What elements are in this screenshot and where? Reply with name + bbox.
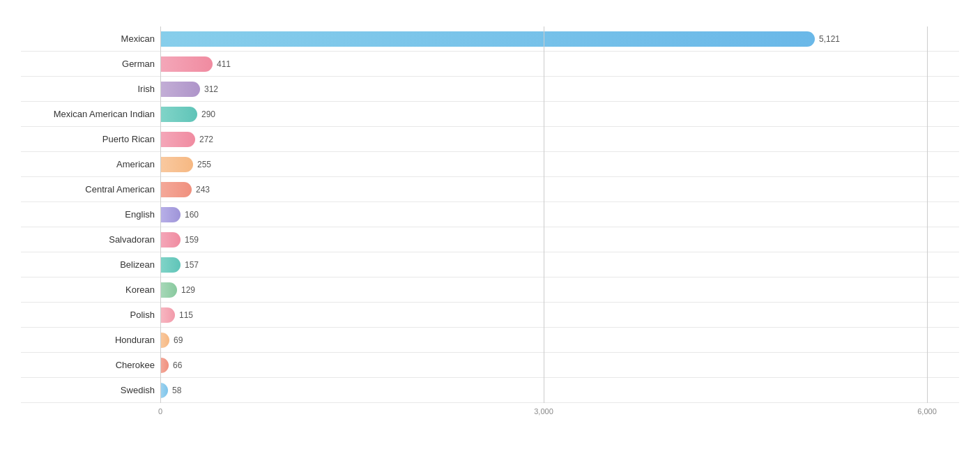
bar [160, 31, 815, 47]
bar-container: 159 [160, 232, 959, 248]
bar-value-label: 129 [181, 282, 195, 298]
bar-value-label: 159 [185, 232, 199, 248]
table-row: Puerto Rican272 [21, 127, 959, 152]
bar-container: 290 [160, 107, 959, 122]
bar-container: 129 [160, 282, 959, 298]
table-row: Honduran69 [21, 328, 959, 353]
table-row: English160 [21, 202, 959, 227]
table-row: Belizean157 [21, 252, 959, 277]
bar [160, 358, 169, 373]
bar-value-label: 255 [197, 157, 211, 172]
table-row: Polish115 [21, 303, 959, 328]
bar [160, 282, 177, 298]
bar-container: 411 [160, 56, 959, 72]
bar-container: 243 [160, 182, 959, 197]
bar-label: Mexican American Indian [21, 109, 160, 119]
table-row: Mexican5,121 [21, 26, 959, 52]
bar-container: 160 [160, 207, 959, 222]
bar-label: Swedish [21, 385, 160, 395]
bar-value-label: 58 [172, 383, 181, 398]
table-row: American255 [21, 152, 959, 177]
bar [160, 232, 181, 248]
bar-label: Irish [21, 84, 160, 94]
table-row: Salvadoran159 [21, 227, 959, 252]
bar-label: Cherokee [21, 360, 160, 370]
axis-label: 3,000 [534, 407, 553, 416]
chart-area: Mexican5,121German411Irish312Mexican Ame… [21, 26, 959, 421]
bar-container: 157 [160, 257, 959, 273]
bar-label: English [21, 209, 160, 220]
bar-value-label: 312 [204, 82, 218, 97]
bar-container: 255 [160, 157, 959, 172]
bar [160, 207, 181, 222]
bar-value-label: 272 [199, 132, 213, 147]
axis-labels: 03,0006,000 [160, 407, 927, 421]
bar-label: Mexican [21, 33, 160, 44]
bar [160, 182, 192, 197]
bar-value-label: 5,121 [819, 31, 840, 47]
table-row: Mexican American Indian290 [21, 102, 959, 127]
bar [160, 107, 197, 122]
bar [160, 82, 200, 97]
bar-container: 5,121 [160, 31, 959, 47]
bar-container: 312 [160, 82, 959, 97]
axis-label: 6,000 [917, 407, 937, 416]
table-row: Irish312 [21, 77, 959, 102]
table-row: Korean129 [21, 277, 959, 303]
bar [160, 56, 213, 72]
bar-container: 69 [160, 333, 959, 348]
bar [160, 257, 181, 273]
bar-value-label: 69 [174, 333, 183, 348]
bar-label: Central American [21, 184, 160, 195]
bar-label: American [21, 159, 160, 169]
bar-value-label: 160 [185, 207, 199, 222]
bar-label: Korean [21, 284, 160, 295]
bar-label: Polish [21, 310, 160, 320]
bar-label: Honduran [21, 335, 160, 345]
bars-wrapper: Mexican5,121German411Irish312Mexican Ame… [21, 26, 959, 403]
bar-container: 58 [160, 383, 959, 398]
bar-label: Salvadoran [21, 234, 160, 245]
bar [160, 132, 195, 147]
bar [160, 157, 193, 172]
bar [160, 383, 168, 398]
bar-container: 66 [160, 358, 959, 373]
bar [160, 333, 169, 348]
bar-value-label: 115 [179, 307, 193, 323]
bar-label: German [21, 59, 160, 69]
bar [160, 307, 175, 323]
bar-value-label: 66 [173, 358, 182, 373]
bar-label: Puerto Rican [21, 134, 160, 144]
bar-container: 272 [160, 132, 959, 147]
bar-label: Belizean [21, 259, 160, 270]
bar-value-label: 157 [185, 257, 199, 273]
bar-value-label: 290 [201, 107, 215, 122]
table-row: Swedish58 [21, 378, 959, 403]
axis-label: 0 [158, 407, 162, 416]
bar-value-label: 411 [217, 56, 231, 72]
table-row: German411 [21, 52, 959, 77]
bar-container: 115 [160, 307, 959, 323]
table-row: Cherokee66 [21, 353, 959, 378]
table-row: Central American243 [21, 177, 959, 202]
bar-value-label: 243 [196, 182, 210, 197]
